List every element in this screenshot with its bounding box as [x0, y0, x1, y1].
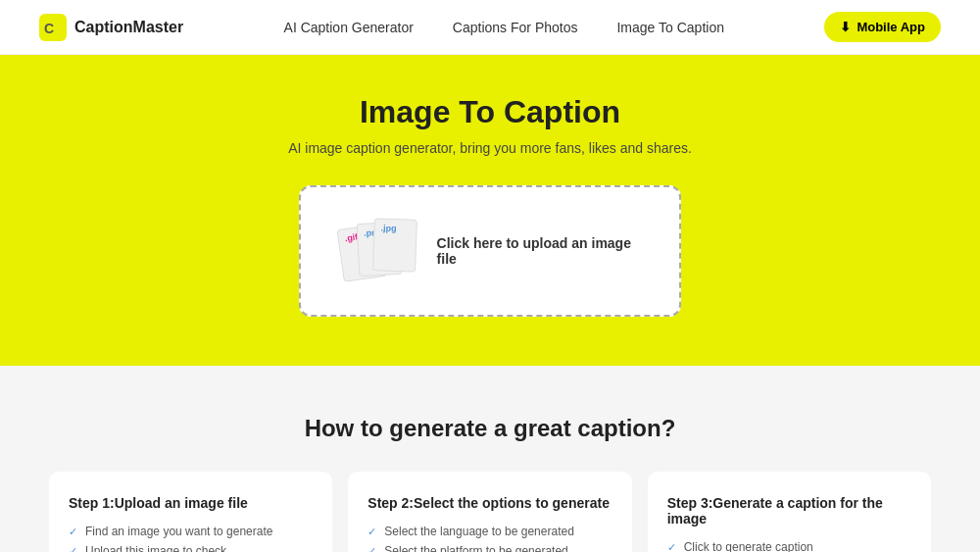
header: C CaptionMaster AI Caption Generator Cap… — [0, 0, 980, 55]
steps-grid: Step 1:Upload an image file ✓ Find an im… — [49, 472, 931, 552]
logo-area: C CaptionMaster — [39, 14, 183, 41]
step-card-2: Step 2:Select the options to generate ✓ … — [348, 472, 631, 552]
step-3-text-1: Click to generate caption — [684, 540, 813, 552]
upload-area[interactable]: .gif .pn .jpg Click here to upload an im… — [299, 185, 681, 317]
step-2-text-2: Select the platform to be generated — [384, 544, 567, 552]
step-card-1: Step 1:Upload an image file ✓ Find an im… — [49, 472, 332, 552]
step-1-text-1: Find an image you want to generate — [85, 525, 272, 538]
download-icon: ⬇ — [840, 20, 851, 34]
check-icon: ✓ — [368, 526, 376, 538]
step-3-item-1: ✓ Click to generate caption — [667, 540, 911, 552]
file-label-jpg: .jpg — [380, 223, 396, 233]
file-card-jpg: .jpg — [372, 218, 417, 273]
nav-image-caption[interactable]: Image To Caption — [616, 20, 723, 35]
check-icon: ✓ — [667, 541, 676, 552]
hero-subtitle: AI image caption generator, bring you mo… — [20, 140, 960, 156]
upload-text[interactable]: Click here to upload an image file — [437, 235, 640, 267]
hero-section: Image To Caption AI image caption genera… — [0, 55, 980, 366]
step-2-item-2: ✓ Select the platform to be generated — [368, 544, 612, 552]
logo-text: CaptionMaster — [74, 19, 183, 36]
check-icon: ✓ — [368, 545, 376, 552]
nav-ai-caption[interactable]: AI Caption Generator — [284, 20, 414, 35]
step-1-title: Step 1:Upload an image file — [69, 495, 313, 511]
mobile-app-button[interactable]: ⬇ Mobile App — [824, 12, 941, 42]
check-icon: ✓ — [69, 545, 77, 552]
step-2-title: Step 2:Select the options to generate — [368, 495, 612, 511]
nav-captions-photos[interactable]: Captions For Photos — [453, 20, 578, 35]
svg-text:C: C — [44, 21, 54, 36]
check-icon: ✓ — [69, 526, 77, 538]
step-2-item-1: ✓ Select the language to be generated — [368, 525, 612, 538]
step-3-title: Step 3:Generate a caption for the image — [667, 495, 911, 527]
how-title: How to generate a great caption? — [39, 415, 941, 442]
logo-icon: C — [39, 14, 67, 41]
step-2-text-1: Select the language to be generated — [384, 525, 574, 538]
step-1-item-2: ✓ Upload this image to check — [69, 544, 313, 552]
step-1-text-2: Upload this image to check — [85, 544, 226, 552]
step-card-3: Step 3:Generate a caption for the image … — [648, 472, 931, 552]
how-section: How to generate a great caption? Step 1:… — [0, 366, 980, 552]
mobile-app-label: Mobile App — [857, 20, 925, 34]
hero-title: Image To Caption — [20, 94, 960, 130]
file-icons: .gif .pn .jpg — [340, 217, 414, 285]
step-1-item-1: ✓ Find an image you want to generate — [69, 525, 313, 538]
main-nav: AI Caption Generator Captions For Photos… — [284, 20, 724, 35]
